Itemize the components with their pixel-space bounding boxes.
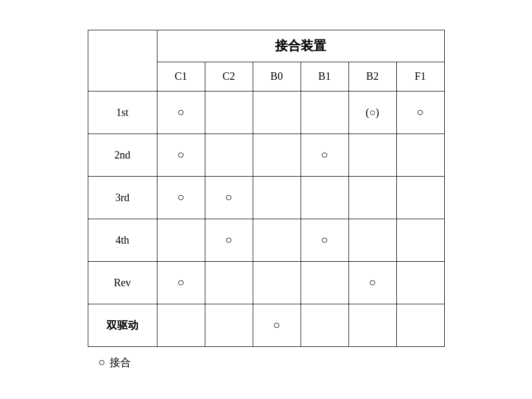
table-row: Rev○○ <box>88 261 444 304</box>
cell-0-4: (○) <box>348 91 396 134</box>
cell-2-5 <box>396 176 444 219</box>
legend-row: ○ 接合 <box>98 355 131 370</box>
gear-label-5: 双驱动 <box>88 304 157 346</box>
cell-4-5 <box>396 261 444 304</box>
cell-0-2 <box>253 91 301 134</box>
cell-5-0 <box>157 304 205 346</box>
cell-3-5 <box>396 219 444 261</box>
cell-1-0: ○ <box>157 134 205 176</box>
cell-5-2: ○ <box>253 304 301 346</box>
cell-1-5 <box>396 134 444 176</box>
cell-1-3: ○ <box>301 134 348 176</box>
column-header-b1: B1 <box>301 62 348 91</box>
cell-2-3 <box>301 176 348 219</box>
cell-5-3 <box>301 304 348 346</box>
cell-1-1 <box>205 134 253 176</box>
cell-3-3: ○ <box>301 219 348 261</box>
cell-0-5: ○ <box>396 91 444 134</box>
table-row: 双驱动○ <box>88 304 444 346</box>
column-header-b2: B2 <box>348 62 396 91</box>
cell-3-2 <box>253 219 301 261</box>
gear-label-1: 2nd <box>88 134 157 176</box>
cell-2-0: ○ <box>157 176 205 219</box>
cell-4-3 <box>301 261 348 304</box>
cell-3-0 <box>157 219 205 261</box>
cell-2-4 <box>348 176 396 219</box>
cell-1-2 <box>253 134 301 176</box>
gear-label-4: Rev <box>88 261 157 304</box>
table-row: 4th○○ <box>88 219 444 261</box>
table-row: 1st○(○)○ <box>88 91 444 134</box>
cell-2-1: ○ <box>205 176 253 219</box>
column-header-c1: C1 <box>157 62 205 91</box>
cell-3-1: ○ <box>205 219 253 261</box>
corner-cell <box>88 30 157 91</box>
cell-5-1 <box>205 304 253 346</box>
gear-label-0: 1st <box>88 91 157 134</box>
cell-0-0: ○ <box>157 91 205 134</box>
table-row: 3rd○○ <box>88 176 444 219</box>
cell-0-1 <box>205 91 253 134</box>
legend-symbol: ○ <box>98 355 105 369</box>
gear-engagement-table: 接合装置 C1C2B0B1B2F1 1st○(○)○2nd○○3rd○○4th○… <box>88 30 445 347</box>
column-header-b0: B0 <box>253 62 301 91</box>
column-header-f1: F1 <box>396 62 444 91</box>
cell-3-4 <box>348 219 396 261</box>
cell-5-4 <box>348 304 396 346</box>
cell-2-2 <box>253 176 301 219</box>
cell-4-2 <box>253 261 301 304</box>
gear-label-2: 3rd <box>88 176 157 219</box>
legend-text: 接合 <box>110 355 131 370</box>
main-header: 接合装置 <box>157 30 444 62</box>
table-row: 2nd○○ <box>88 134 444 176</box>
column-header-c2: C2 <box>205 62 253 91</box>
gear-label-3: 4th <box>88 219 157 261</box>
cell-0-3 <box>301 91 348 134</box>
cell-1-4 <box>348 134 396 176</box>
cell-4-4: ○ <box>348 261 396 304</box>
cell-4-1 <box>205 261 253 304</box>
cell-4-0: ○ <box>157 261 205 304</box>
cell-5-5 <box>396 304 444 346</box>
page-container: 接合装置 C1C2B0B1B2F1 1st○(○)○2nd○○3rd○○4th○… <box>88 30 445 370</box>
